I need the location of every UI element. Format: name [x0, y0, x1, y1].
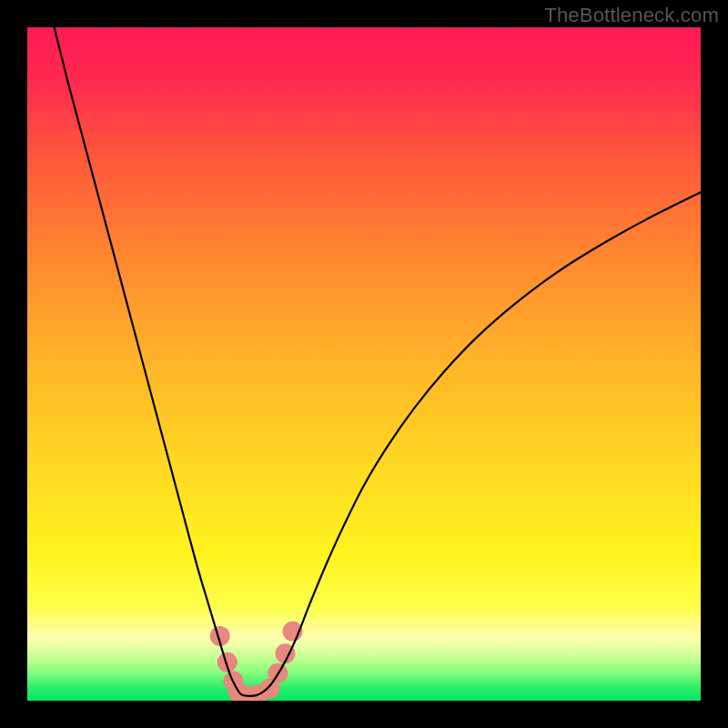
- curve-layer: [27, 27, 701, 701]
- chart-frame: TheBottleneck.com: [0, 0, 728, 728]
- bottleneck-curve: [55, 27, 701, 696]
- plot-area: [27, 27, 701, 701]
- marker-group: [210, 622, 303, 701]
- watermark-text: TheBottleneck.com: [544, 4, 719, 27]
